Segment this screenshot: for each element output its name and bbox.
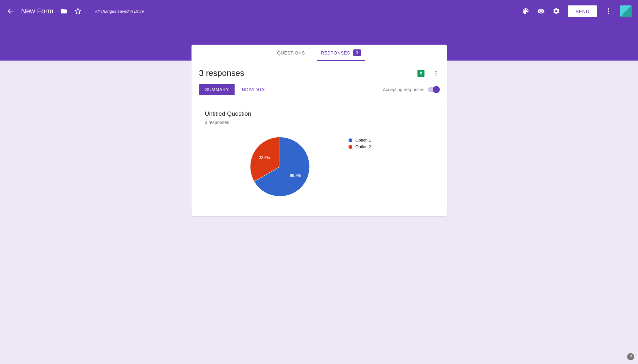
preview-icon[interactable] [537, 7, 545, 15]
tab-responses[interactable]: RESPONSES 3 [321, 45, 361, 61]
question-count: 3 responses [205, 120, 433, 125]
responses-card: QUESTIONS RESPONSES 3 3 responses SUMMAR… [191, 45, 447, 216]
accepting-responses: Accepting responses [383, 87, 439, 92]
pie-slice-label: 66.7% [290, 173, 301, 178]
pie-slice-label: 33.3% [259, 156, 270, 160]
chart-legend: Option 1Option 2 [349, 136, 371, 151]
legend-label: Option 2 [356, 144, 371, 149]
svg-point-1 [608, 11, 609, 12]
view-toggle: SUMMARY INDIVIDUAL [199, 84, 273, 95]
individual-tab[interactable]: INDIVIDUAL [235, 84, 273, 95]
star-icon[interactable] [74, 8, 81, 15]
legend-item: Option 2 [349, 144, 371, 149]
legend-label: Option 1 [356, 138, 371, 142]
svg-point-5 [435, 75, 436, 76]
accepting-label: Accepting responses [383, 87, 424, 92]
responses-title: 3 responses [199, 68, 417, 78]
svg-point-3 [435, 71, 436, 72]
pie-chart: 66.7%33.3% [250, 136, 310, 197]
palette-icon[interactable] [522, 7, 529, 15]
settings-icon[interactable] [552, 7, 560, 15]
responses-badge: 3 [353, 49, 361, 56]
avatar[interactable] [620, 5, 632, 17]
sheets-icon[interactable] [417, 70, 424, 77]
send-button[interactable]: SEND [568, 5, 597, 17]
tab-responses-label: RESPONSES [321, 50, 350, 55]
summary-tab[interactable]: SUMMARY [199, 84, 235, 95]
tab-questions[interactable]: QUESTIONS [277, 45, 305, 61]
accepting-toggle[interactable] [428, 87, 439, 92]
legend-swatch [349, 138, 352, 142]
more-icon[interactable] [605, 7, 612, 15]
tabs: QUESTIONS RESPONSES 3 [191, 45, 447, 61]
saved-status: All changes saved in Drive [95, 9, 144, 14]
legend-swatch [349, 145, 352, 149]
question-title: Untitled Question [205, 110, 433, 117]
folder-icon[interactable] [60, 8, 67, 15]
svg-point-2 [608, 13, 609, 14]
svg-point-4 [435, 73, 436, 74]
svg-point-0 [608, 8, 609, 10]
form-title[interactable]: New Form [21, 7, 53, 15]
legend-item: Option 1 [349, 138, 371, 142]
back-arrow-icon[interactable] [6, 7, 14, 15]
responses-more-icon[interactable] [433, 70, 439, 76]
